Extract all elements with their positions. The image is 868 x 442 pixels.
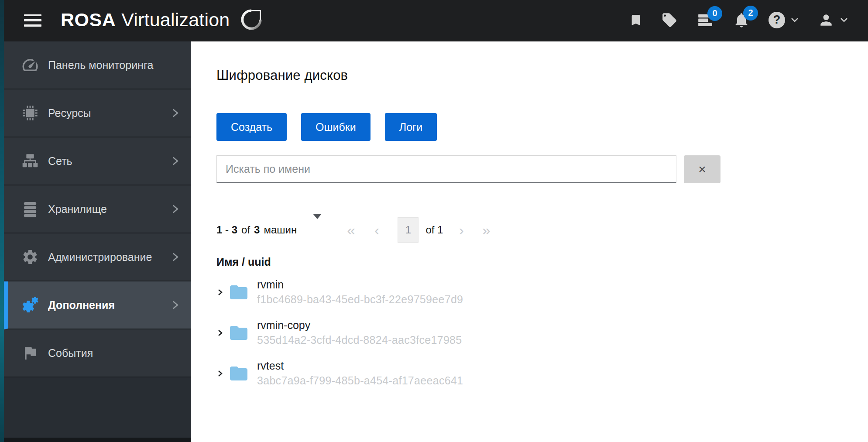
sidebar-item-administration[interactable]: Администрирование (4, 233, 191, 281)
expand-row-button[interactable] (216, 288, 223, 297)
notifications-button[interactable]: 2 (733, 11, 750, 29)
vm-uuid: 535d14a2-3cfd-4dcd-8824-aac3fce17985 (257, 334, 462, 346)
errors-button[interactable]: Ошибки (301, 113, 371, 141)
next-page-button[interactable]: › (459, 223, 463, 237)
chevron-right-icon (170, 251, 180, 263)
caret-down-icon (313, 214, 322, 226)
help-icon: ? (769, 12, 785, 28)
tasks-count-badge: 0 (707, 6, 722, 21)
vm-info: rvtest 3abc7a9a-f799-485b-a454-af17aeeac… (257, 360, 463, 387)
previous-page-button[interactable]: ‹ (374, 223, 379, 237)
brand-product: Virtualization (121, 9, 230, 31)
network-icon (21, 152, 39, 170)
vm-uuid: f1bc4689-ba43-45ed-bc3f-22e9759ee7d9 (257, 293, 463, 306)
chevron-down-icon (790, 17, 799, 23)
chevron-right-icon (170, 203, 180, 215)
chevron-right-icon (170, 299, 180, 311)
sidebar-item-label: Панель мониторинга (48, 59, 153, 72)
chip-icon (21, 104, 39, 122)
notifications-count-badge: 2 (743, 6, 758, 21)
folder-icon (228, 283, 250, 302)
masthead-toolbar: 0 2 ? (629, 11, 849, 29)
menu-toggle-button[interactable] (24, 14, 41, 27)
search-input[interactable] (216, 155, 676, 183)
pagination-of-word: of (241, 224, 250, 236)
expand-row-button[interactable] (216, 328, 223, 338)
pagination-range: 1 - 3 (216, 224, 237, 236)
sidebar-item-dashboard[interactable]: Панель мониторинга (4, 41, 191, 89)
total-pages-label: of 1 (425, 224, 443, 236)
vm-name: rvtest (257, 360, 463, 372)
sidebar-item-label: Сеть (48, 155, 72, 168)
chevron-down-icon (839, 17, 849, 23)
pagination-summary: 1 - 3 of 3 машин (216, 224, 301, 236)
tags-button[interactable] (661, 12, 678, 28)
current-page-input[interactable] (398, 217, 419, 243)
sidebar-item-label: Дополнения (48, 299, 115, 312)
rosa-logo-icon (238, 6, 265, 33)
vm-uuid: 3abc7a9a-f799-485b-a454-af17aeeac641 (257, 374, 463, 387)
per-page-dropdown-toggle[interactable] (313, 219, 322, 226)
tag-icon (661, 12, 678, 28)
sidebar-nav: Панель мониторинга Ресурсы (4, 41, 191, 442)
main-content: Шифрование дисков Создать Ошибки Логи × … (191, 41, 868, 442)
user-menu-button[interactable] (818, 12, 849, 28)
masthead: ROSA Virtualization (4, 0, 868, 41)
expand-row-button[interactable] (216, 369, 223, 378)
pagination-total: 3 (254, 224, 260, 236)
table-column-header: Имя / uuid (216, 256, 868, 268)
sidebar-item-label: События (48, 347, 93, 360)
chevron-right-icon (170, 107, 180, 119)
action-buttons-row: Создать Ошибки Логи (216, 113, 868, 141)
vm-list: rvmin f1bc4689-ba43-45ed-bc3f-22e9759ee7… (216, 272, 868, 394)
bookmark-icon (629, 12, 643, 28)
gears-icon (21, 296, 39, 314)
bookmarks-button[interactable] (629, 12, 643, 28)
pagination-unit: машин (264, 224, 297, 236)
vm-info: rvmin-copy 535d14a2-3cfd-4dcd-8824-aac3f… (257, 319, 462, 346)
clear-search-button[interactable]: × (684, 155, 720, 183)
pagination-bar: 1 - 3 of 3 машин « ‹ of 1 › » (216, 217, 868, 243)
folder-icon (228, 364, 250, 383)
table-row[interactable]: rvmin f1bc4689-ba43-45ed-bc3f-22e9759ee7… (216, 272, 868, 312)
first-page-button[interactable]: « (347, 223, 354, 237)
folder-icon (228, 323, 250, 343)
dashboard-icon (21, 56, 39, 74)
flag-icon (21, 344, 39, 362)
sidebar-item-storage[interactable]: Хранилище (4, 185, 191, 233)
pagination-controls: « ‹ of 1 › » (347, 217, 490, 243)
gear-icon (21, 248, 39, 266)
hamburger-icon (24, 24, 41, 27)
hamburger-icon (24, 14, 41, 17)
brand-edge-strip (0, 0, 4, 442)
last-page-button[interactable]: » (482, 223, 490, 237)
chevron-right-icon (216, 328, 223, 338)
table-row[interactable]: rvtest 3abc7a9a-f799-485b-a454-af17aeeac… (216, 353, 868, 394)
sidebar-item-label: Хранилище (48, 203, 107, 216)
close-icon: × (698, 162, 706, 176)
sidebar-item-label: Администрирование (48, 251, 152, 264)
create-button[interactable]: Создать (216, 113, 287, 141)
logs-button[interactable]: Логи (385, 113, 437, 141)
vm-name: rvmin (257, 278, 463, 291)
help-menu-button[interactable]: ? (769, 12, 799, 28)
sidebar-item-events[interactable]: События (4, 329, 191, 377)
app-window: ROSA Virtualization (4, 0, 868, 442)
chevron-right-icon (216, 369, 223, 378)
sidebar-empty-area (4, 377, 191, 438)
database-icon (21, 200, 39, 218)
sidebar-item-addons[interactable]: Дополнения (4, 281, 191, 329)
sidebar-item-label: Ресурсы (48, 107, 91, 120)
table-row[interactable]: rvmin-copy 535d14a2-3cfd-4dcd-8824-aac3f… (216, 312, 868, 353)
brand: ROSA Virtualization (61, 7, 265, 33)
hamburger-icon (24, 19, 41, 21)
tasks-button[interactable]: 0 (696, 12, 714, 28)
sidebar-footer-strip (4, 438, 191, 442)
vm-info: rvmin f1bc4689-ba43-45ed-bc3f-22e9759ee7… (257, 278, 463, 306)
sidebar-item-resources[interactable]: Ресурсы (4, 89, 191, 137)
chevron-right-icon (216, 288, 223, 297)
sidebar-item-network[interactable]: Сеть (4, 137, 191, 185)
chevron-right-icon (170, 155, 180, 167)
search-row: × (216, 155, 868, 183)
page-title: Шифрование дисков (216, 66, 868, 85)
